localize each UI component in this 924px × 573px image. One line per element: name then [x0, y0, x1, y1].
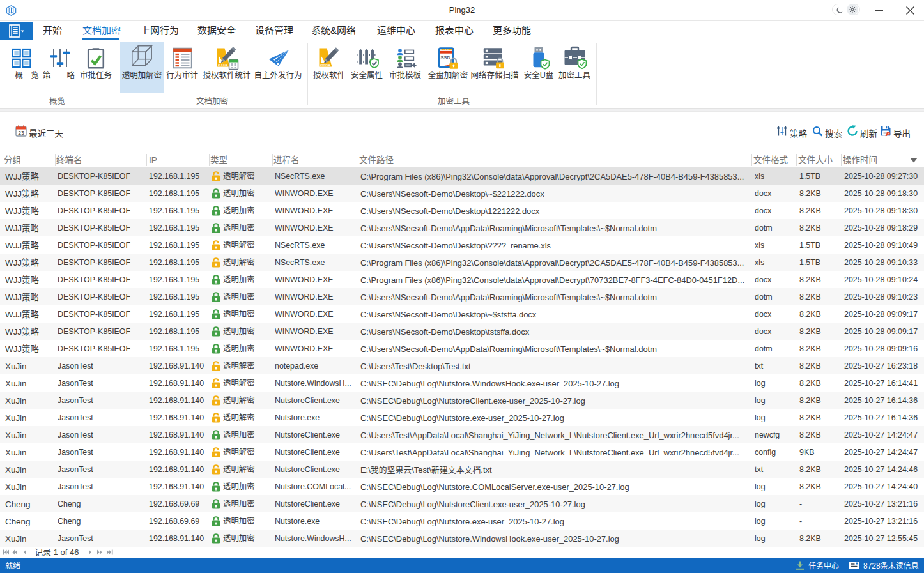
svg-text:23: 23 — [18, 130, 24, 136]
svg-text:SSD: SSD — [440, 55, 450, 61]
